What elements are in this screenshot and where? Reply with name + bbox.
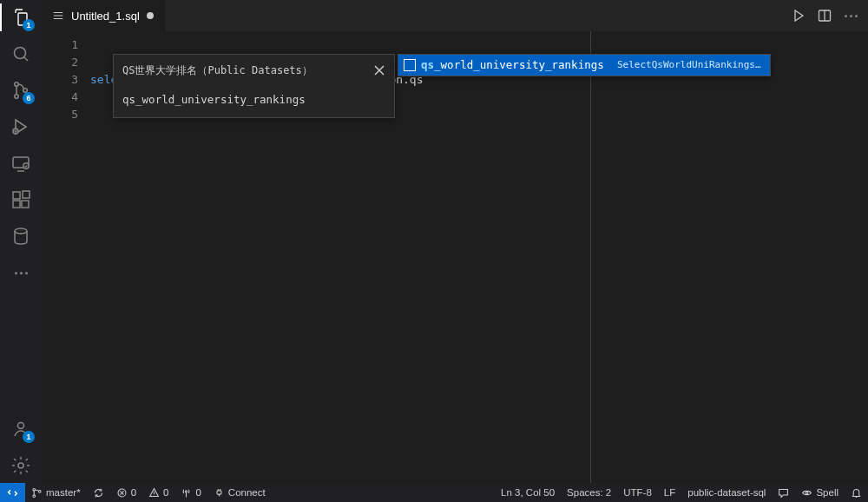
svg-point-19	[186, 490, 187, 492]
svg-point-21	[806, 492, 809, 494]
close-icon[interactable]	[373, 64, 385, 76]
split-editor-icon[interactable]	[818, 9, 832, 23]
explorer-icon[interactable]: 1	[9, 5, 33, 30]
suggest-item[interactable]: qs_world_university_rankings SelectQsWor…	[398, 55, 770, 76]
line-number: 2	[42, 54, 78, 71]
svg-point-0	[15, 48, 26, 59]
feedback-icon[interactable]	[772, 483, 795, 502]
tab-bar: Untitled_1.sql	[42, 0, 868, 31]
tab-untitled-sql[interactable]: Untitled_1.sql	[42, 0, 165, 31]
popup-title: QS世界大学排名（Public Datasets）	[122, 62, 312, 79]
problems-warnings[interactable]: 0	[142, 483, 174, 502]
notifications-icon[interactable]	[845, 483, 868, 502]
editor-actions	[781, 0, 868, 31]
suggest-detail: SelectQsWorldUniRankingsTem…	[617, 56, 765, 74]
ports[interactable]: 0	[174, 483, 207, 502]
spell-checker[interactable]: Spell	[795, 483, 845, 502]
sync-icon	[93, 487, 104, 499]
activity-bar: 1 6	[0, 0, 42, 483]
svg-rect-9	[22, 201, 29, 208]
svg-rect-20	[217, 491, 221, 494]
remote-explorer-icon[interactable]	[9, 151, 33, 175]
svg-point-16	[33, 494, 36, 497]
code-editor[interactable]: 1 2 3 4 5 select * from bigdata_public_d…	[42, 31, 868, 483]
search-icon[interactable]	[9, 42, 33, 66]
line-number: 5	[42, 106, 78, 123]
problems-errors[interactable]: 0	[110, 483, 142, 502]
indentation[interactable]: Spaces: 2	[561, 483, 617, 502]
scm-badge: 6	[23, 92, 35, 104]
code-content[interactable]: select * from bigdata_public_dataset.edu…	[90, 31, 868, 483]
extensions-icon[interactable]	[9, 188, 33, 212]
eye-icon	[801, 487, 812, 499]
line-gutter: 1 2 3 4 5	[42, 31, 90, 483]
editor-ruler	[590, 31, 591, 483]
tab-title: Untitled_1.sql	[71, 10, 140, 23]
svg-point-15	[33, 488, 36, 491]
parameter-hints-popup: QS世界大学排名（Public Datasets） qs_world_unive…	[113, 54, 395, 118]
settings-gear-icon[interactable]	[9, 453, 33, 478]
warning-icon	[148, 487, 160, 499]
eol[interactable]: LF	[658, 483, 681, 502]
svg-rect-10	[23, 191, 30, 198]
editor-area: Untitled_1.sql 1 2 3 4 5	[42, 0, 868, 483]
suggest-widget[interactable]: qs_world_university_rankings SelectQsWor…	[398, 54, 771, 76]
file-lines-icon	[52, 10, 64, 22]
radio-tower-icon	[181, 487, 192, 499]
plug-icon	[214, 487, 225, 499]
source-control-icon[interactable]: 6	[9, 78, 33, 102]
accounts-badge: 1	[23, 431, 35, 443]
suggest-label: qs_world_university_rankings	[421, 56, 604, 74]
run-icon[interactable]	[792, 9, 806, 23]
svg-point-11	[15, 228, 27, 234]
cursor-position[interactable]: Ln 3, Col 50	[495, 483, 561, 502]
git-branch[interactable]: master*	[25, 483, 87, 502]
line-number: 1	[42, 36, 78, 54]
svg-rect-8	[13, 201, 20, 208]
remote-indicator[interactable]	[0, 483, 25, 502]
branch-icon	[31, 487, 43, 499]
encoding[interactable]: UTF-8	[617, 483, 658, 502]
line-number: 3	[42, 71, 78, 89]
line-number: 4	[42, 89, 78, 106]
error-icon	[116, 487, 128, 499]
explorer-badge: 1	[23, 19, 35, 31]
svg-point-13	[18, 463, 23, 468]
status-bar: master* 0 0 0 Connect Ln 3, Co	[0, 483, 868, 502]
svg-rect-7	[13, 192, 20, 199]
branch-name: master*	[46, 487, 81, 498]
database-icon[interactable]	[9, 224, 33, 248]
popup-body: qs_world_university_rankings	[114, 86, 394, 117]
symbol-field-icon	[404, 59, 416, 71]
more-actions-icon[interactable]	[844, 9, 858, 23]
accounts-icon[interactable]: 1	[9, 417, 33, 441]
connect-button[interactable]: Connect	[207, 483, 272, 502]
svg-point-2	[15, 95, 18, 98]
svg-point-1	[15, 83, 18, 86]
more-icon[interactable]	[9, 261, 33, 285]
svg-point-12	[18, 423, 24, 429]
language-mode[interactable]: public-dataset-sql	[681, 483, 772, 502]
run-debug-icon[interactable]	[9, 115, 33, 139]
dirty-indicator-icon	[147, 12, 154, 19]
sync-button[interactable]	[87, 483, 110, 502]
